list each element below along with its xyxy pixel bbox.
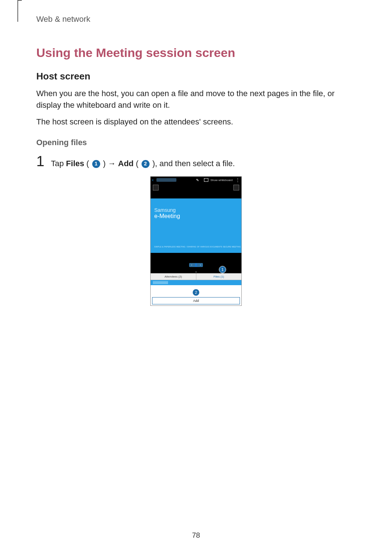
body-paragraph: When you are the host, you can open a fi… <box>36 88 356 111</box>
pager-current-icon: 👤 <box>194 263 198 267</box>
callout-2-icon: 2 <box>192 289 200 296</box>
step-number: 1 <box>36 154 44 168</box>
embedded-screenshot: ‹ ✎ Show whiteboard ⋮ Samsung e-Meeting … <box>150 176 242 306</box>
chevron-down-icon: ⌄ <box>195 269 197 273</box>
screenshot-slide: Samsung e-Meeting SIMPLE & PAPERLESS MEE… <box>151 198 241 253</box>
tab-files: Files (1) <box>196 274 242 280</box>
minor-heading: Opening files <box>36 138 356 147</box>
screenshot-bluebar <box>151 280 241 285</box>
page-number: 78 <box>0 531 392 539</box>
breadcrumb: Web & network <box>36 15 356 24</box>
section-heading: Using the Meeting session screen <box>36 46 356 60</box>
whiteboard-icon <box>204 178 208 182</box>
callout-1-icon: 1 <box>92 160 100 168</box>
screenshot-thumbrow <box>151 183 241 198</box>
t: ( <box>86 159 91 168</box>
t-bold: Add <box>118 159 134 168</box>
pager-next-icon: › <box>199 263 202 267</box>
pager-prev-icon: ‹ <box>190 263 193 267</box>
thumbnail-icon <box>153 185 159 190</box>
t: ( <box>136 159 140 168</box>
slide-line2: e-Meeting <box>154 213 238 219</box>
thumbnail-icon <box>233 185 239 190</box>
pen-icon: ✎ <box>196 178 199 182</box>
body-paragraph: The host screen is displayed on the atte… <box>36 116 356 128</box>
callout-2-icon: 2 <box>142 160 150 168</box>
t-bold: Files <box>66 159 84 168</box>
corner-rule <box>17 0 18 22</box>
t: ) → <box>103 159 118 168</box>
overflow-menu-icon: ⋮ <box>236 177 240 182</box>
step-text: Tap Files ( 1 ) → Add ( 2 ), and then se… <box>51 158 235 169</box>
t: Tap <box>51 159 66 168</box>
bluebar-strip <box>153 281 168 284</box>
step-1: 1 Tap Files ( 1 ) → Add ( 2 ), and then … <box>36 154 356 169</box>
tab-attendees: Attendees (2) <box>151 274 196 280</box>
back-icon: ‹ <box>152 177 154 182</box>
screenshot-tabs: Attendees (2) Files (1) <box>151 273 241 280</box>
screenshot-midbar: ‹ 👤 › ⌄ 1 <box>151 253 241 273</box>
title-blur <box>156 178 176 182</box>
slide-line1: Samsung <box>154 207 238 213</box>
add-button: Add <box>152 297 240 304</box>
callout-1-icon: 1 <box>219 266 226 273</box>
screenshot-topbar: ‹ ✎ Show whiteboard ⋮ <box>151 177 241 183</box>
subsection-heading: Host screen <box>36 71 356 82</box>
screenshot-panel: 2 Add <box>151 285 241 305</box>
pager: ‹ 👤 › <box>189 263 203 267</box>
t: ), and then select a file. <box>152 159 235 168</box>
show-whiteboard-label: Show whiteboard <box>211 178 233 182</box>
slide-tiny: SIMPLE & PAPERLESS MEETING / SHARING OF … <box>154 246 241 248</box>
